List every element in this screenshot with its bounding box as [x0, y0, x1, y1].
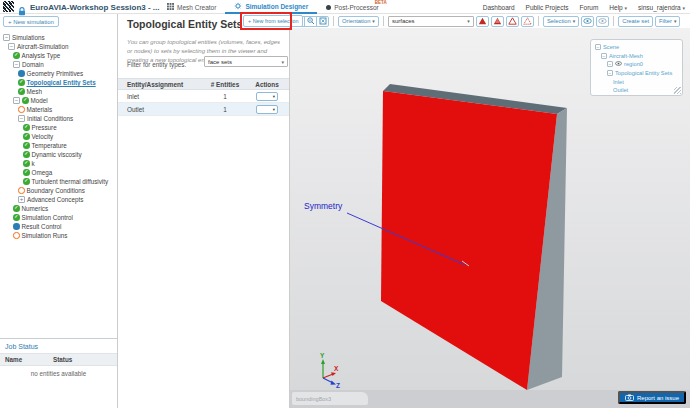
- tree-item-mesh[interactable]: ✓Mesh: [0, 87, 117, 96]
- orientation-dropdown[interactable]: Orientation▾: [338, 16, 379, 27]
- check-icon: ✓: [22, 97, 29, 104]
- tree-item-topological-entity-sets[interactable]: ✓Topological Entity Sets: [0, 78, 117, 87]
- tree-item-aircraft-simulation[interactable]: −Aircraft-Simulation: [0, 42, 117, 51]
- render-solid-wire-button[interactable]: [491, 16, 504, 27]
- render-wireframe-button[interactable]: [506, 16, 519, 27]
- tree-item-advanced-concepts[interactable]: +Advanced Concepts: [0, 195, 117, 204]
- status-dot-icon: [13, 223, 20, 230]
- collapse-icon[interactable]: −: [13, 61, 20, 68]
- tree-item-initial-conditions[interactable]: −Initial Conditions: [0, 114, 117, 123]
- collapse-icon[interactable]: −: [607, 61, 613, 67]
- render-points-button[interactable]: [521, 16, 534, 27]
- chevron-down-icon: ▾: [273, 107, 275, 112]
- nav-help[interactable]: Help ▾: [609, 4, 627, 11]
- entity-actions-cell: ▾: [245, 92, 289, 101]
- tree-item-velocity[interactable]: ✓Velocity: [0, 132, 117, 141]
- report-issue-button[interactable]: Report an issue: [618, 391, 686, 404]
- check-icon: ✓: [23, 124, 30, 131]
- tree-item-label: k: [32, 160, 35, 167]
- tab-mesh-creator[interactable]: Mesh Creator: [158, 0, 225, 14]
- tree-item-temperature[interactable]: ✓Temperature: [0, 141, 117, 150]
- selection-dropdown[interactable]: Selection▾: [543, 16, 579, 27]
- collapse-icon[interactable]: −: [607, 70, 613, 76]
- tree-item-turbulent-thermal-diffusivity[interactable]: ✓Turbulent thermal diffusivity: [0, 177, 117, 186]
- tree-item-dynamic-viscosity[interactable]: ✓Dynamic viscosity: [0, 150, 117, 159]
- entity-type-select[interactable]: face sets ▾: [204, 56, 288, 67]
- filter-dropdown[interactable]: Filter▾: [655, 16, 680, 27]
- nav-dashboard[interactable]: Dashboard: [483, 4, 515, 11]
- tab-label: Mesh Creator: [177, 4, 216, 11]
- nav-public-projects[interactable]: Public Projects: [526, 4, 569, 11]
- check-icon: ✓: [23, 160, 30, 167]
- tree-item-simulations[interactable]: −Simulations: [0, 33, 117, 42]
- hide-selection-button[interactable]: [596, 16, 609, 27]
- tree-item-boundary-conditions[interactable]: Boundary Conditions: [0, 186, 117, 195]
- axis-triad: Y X Z: [320, 352, 340, 389]
- table-row-outlet[interactable]: Outlet1▾: [118, 103, 289, 116]
- collapse-icon[interactable]: −: [3, 34, 10, 41]
- surfaces-select[interactable]: surfaces ▾: [388, 16, 474, 27]
- tab-simulation-designer[interactable]: Simulation Designer: [225, 0, 317, 14]
- viewport-3d[interactable]: Y X Z Symmetry −Scene−Aircraft-Mesh−regi…: [290, 28, 690, 408]
- top-nav: Dashboard Public Projects Forum Help ▾ s…: [483, 0, 685, 14]
- incomplete-icon: [18, 106, 25, 113]
- fit-view-icon: [319, 17, 327, 25]
- tree-item-analysis-type[interactable]: ✓Analysis Type: [0, 51, 117, 60]
- render-solid-button[interactable]: [476, 16, 489, 27]
- collapse-icon[interactable]: −: [8, 43, 15, 50]
- tree-item-label: Result Control: [22, 223, 62, 230]
- tree-item-k[interactable]: ✓k: [0, 159, 117, 168]
- scene-item-region0[interactable]: −region0: [595, 60, 682, 69]
- tree-item-simulation-runs[interactable]: Simulation Runs: [0, 231, 117, 240]
- new-from-selection-button[interactable]: + New from selection: [243, 15, 303, 27]
- check-icon: ✓: [23, 142, 30, 149]
- entity-actions-select[interactable]: ▾: [256, 105, 278, 114]
- tree-item-materials[interactable]: Materials: [0, 105, 117, 114]
- eye-icon[interactable]: [615, 61, 622, 67]
- table-row-inlet[interactable]: Inlet1▾: [118, 90, 289, 103]
- job-status-panel: Job Status Name Status no entities avail…: [0, 338, 117, 408]
- new-simulation-button[interactable]: + New simulation: [3, 16, 59, 27]
- tree-item-pressure[interactable]: ✓Pressure: [0, 123, 117, 132]
- tree-item-omega[interactable]: ✓Omega: [0, 168, 117, 177]
- tree-item-label: Topological Entity Sets: [27, 79, 96, 86]
- points-triangle-icon: [523, 17, 532, 25]
- nav-forum[interactable]: Forum: [580, 4, 599, 11]
- scene-item-outlet[interactable]: Outlet: [595, 86, 682, 95]
- column-status: Status: [53, 356, 72, 363]
- collapse-icon[interactable]: −: [595, 44, 601, 50]
- create-set-button[interactable]: Create set: [618, 16, 653, 27]
- tree-item-domain[interactable]: −Domain: [0, 60, 117, 69]
- collapse-icon[interactable]: −: [18, 115, 25, 122]
- resize-handle[interactable]: [674, 87, 681, 94]
- tree-item-result-control[interactable]: Result Control: [0, 222, 117, 231]
- toolbar-separator: [383, 16, 384, 26]
- collapse-icon[interactable]: −: [601, 53, 607, 59]
- scene-item-label: Aircraft-Mesh: [609, 53, 643, 59]
- tree-item-label: Temperature: [32, 142, 67, 149]
- scene-item-topological-entity-sets[interactable]: −Topological Entity Sets: [595, 69, 682, 78]
- tab-post-processor[interactable]: Post-Processor BETA: [317, 0, 387, 14]
- tree-item-label: Mesh: [27, 88, 42, 95]
- axis-label-z: Z: [336, 382, 340, 389]
- expand-icon[interactable]: +: [18, 196, 25, 203]
- scene-item-inlet[interactable]: Inlet: [595, 77, 682, 86]
- entity-actions-select[interactable]: ▾: [256, 92, 278, 101]
- check-icon: ✓: [13, 205, 20, 212]
- tree-item-model[interactable]: −✓Model: [0, 96, 117, 105]
- tree-item-numerics[interactable]: ✓Numerics: [0, 204, 117, 213]
- entity-name: Outlet: [118, 106, 205, 113]
- job-status-title: Job Status: [0, 339, 117, 353]
- scene-item-label: Scene: [603, 44, 619, 50]
- show-selection-button[interactable]: [581, 16, 594, 27]
- box-front-face-symmetry[interactable]: [381, 91, 557, 390]
- tree-item-label: Turbulent thermal diffusivity: [32, 178, 109, 185]
- entity-table-header: Entity/Assignment # Entities Actions: [118, 78, 289, 90]
- tree-item-geometry-primitives[interactable]: Geometry Primitives: [0, 69, 117, 78]
- collapse-icon[interactable]: −: [13, 97, 20, 104]
- fit-view-button[interactable]: [316, 16, 329, 27]
- user-menu[interactable]: sinsu_rajendra ▾: [638, 4, 685, 11]
- tree-item-simulation-control[interactable]: ✓Simulation Control: [0, 213, 117, 222]
- scene-item-scene[interactable]: −Scene: [595, 43, 682, 52]
- scene-item-aircraft-mesh[interactable]: −Aircraft-Mesh: [595, 52, 682, 61]
